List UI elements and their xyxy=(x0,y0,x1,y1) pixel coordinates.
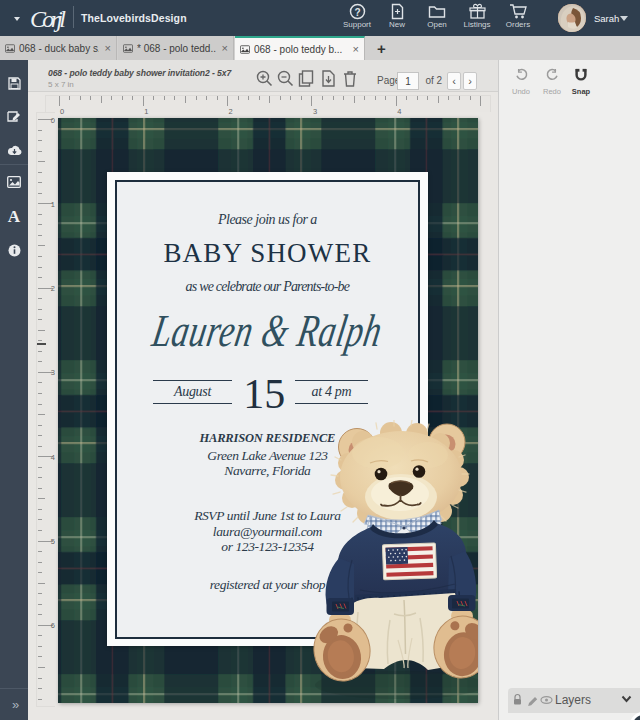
svg-text:Corjl: Corjl xyxy=(30,6,66,32)
svg-text:?: ? xyxy=(354,7,360,18)
